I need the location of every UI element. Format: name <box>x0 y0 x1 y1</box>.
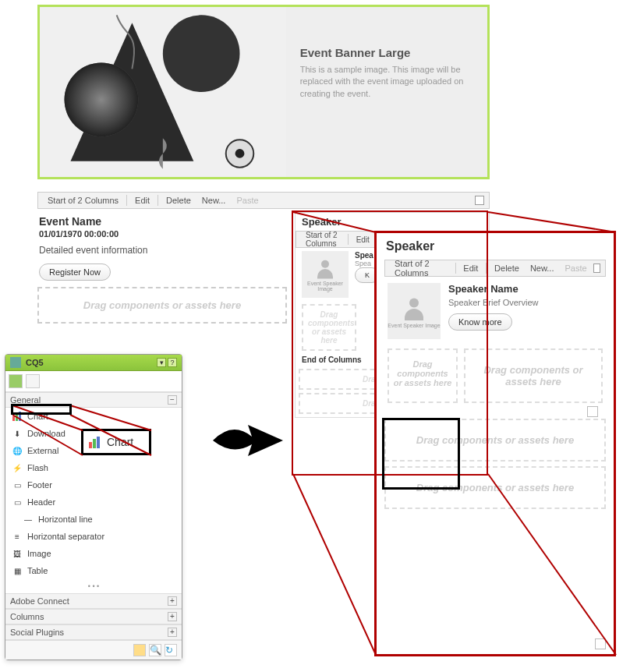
component-table[interactable]: ▦ Table <box>5 562 182 579</box>
svg-point-5 <box>235 149 245 158</box>
zoom-toolbar-checkbox[interactable] <box>593 263 600 273</box>
zoom-toolbar-paste: Paste <box>560 263 591 273</box>
cq-cube-icon <box>10 357 21 368</box>
zoom-mid-checkbox[interactable] <box>587 406 598 417</box>
svg-line-15 <box>488 212 616 232</box>
speaker-image-placeholder-bg: Event Speaker Image <box>302 251 349 298</box>
toolbar-checkbox[interactable] <box>475 196 484 205</box>
zoom-speaker-heading: Speaker <box>377 233 614 260</box>
expand-icon[interactable]: + <box>168 596 177 606</box>
zoom-speaker-brief: Speaker Brief Overview <box>448 298 603 307</box>
zoom-toolbar-start: Start of 2 Columns <box>390 259 452 278</box>
component-footer[interactable]: ▭ Footer <box>5 476 182 493</box>
table-icon: ▦ <box>12 565 23 576</box>
header-icon: ▭ <box>12 497 23 508</box>
chart-icon <box>88 435 102 449</box>
palette-collapse-icon[interactable]: ▾ <box>157 358 166 367</box>
svg-rect-7 <box>12 416 15 421</box>
drag-arrow-icon <box>209 413 287 470</box>
component-horizontal-separator[interactable]: ≡ Horizontal separator <box>5 528 182 545</box>
speaker-heading-bg: Speaker <box>296 213 489 231</box>
group-adobe-connect[interactable]: Adobe Connect + <box>5 593 182 609</box>
component-horizontal-line[interactable]: — Horizontal line <box>5 511 182 528</box>
image-icon: 🖼 <box>12 548 23 559</box>
register-button[interactable]: Register Now <box>39 263 111 281</box>
expand-icon[interactable]: + <box>168 612 177 621</box>
palette-close-icon[interactable]: ? <box>168 358 177 367</box>
hsep-icon: ≡ <box>12 531 23 542</box>
zoom-speaker-image-placeholder: Event Speaker Image <box>388 283 441 339</box>
zoom-dropzone-wide-1[interactable]: Drag components or assets here <box>384 419 606 462</box>
zoom-toolbar: Start of 2 Columns Edit Delete New... Pa… <box>384 260 606 277</box>
svg-rect-9 <box>19 412 21 421</box>
palette-title: CQ5 <box>26 358 155 367</box>
svg-point-3 <box>65 63 139 137</box>
zoom-bottom-checkbox[interactable] <box>595 638 606 649</box>
svg-rect-11 <box>93 439 96 448</box>
component-image[interactable]: 🖼 Image <box>5 545 182 562</box>
svg-rect-12 <box>97 437 100 448</box>
svg-rect-8 <box>16 414 18 421</box>
palette-tab-page[interactable] <box>26 374 40 388</box>
flash-icon: ⚡ <box>12 462 23 473</box>
event-banner: Event Banner Large This is a sample imag… <box>37 5 490 179</box>
download-icon: ⬇ <box>12 428 23 439</box>
palette-tabs <box>5 371 182 392</box>
chart-icon <box>12 411 23 422</box>
chart-drag-label: Chart <box>107 436 133 448</box>
svg-line-16 <box>293 474 376 655</box>
know-more-button[interactable]: Know more <box>448 313 512 331</box>
footer-preview-icon[interactable]: 🔍 <box>149 644 161 656</box>
zoom-dropzone-right[interactable]: Drag components or assets here <box>464 348 603 403</box>
zoom-speaker-name: Speaker Name <box>448 283 603 295</box>
palette-header[interactable]: CQ5 ▾ ? <box>5 355 182 371</box>
banner-title: Event Banner Large <box>300 46 473 59</box>
hline-icon: — <box>23 514 34 525</box>
group-social-plugins[interactable]: Social Plugins + <box>5 624 182 640</box>
sidekick-palette[interactable]: CQ5 ▾ ? General − Chart ⬇ Download 🌐 Ext… <box>5 354 182 660</box>
svg-point-13 <box>409 298 419 307</box>
toolbar-new[interactable]: New... <box>197 196 231 205</box>
svg-rect-10 <box>89 442 92 448</box>
toolbar-edit[interactable]: Edit <box>130 196 154 205</box>
footer-edit-icon[interactable] <box>133 644 146 656</box>
banner-desc: This is a sample image. This image will … <box>300 64 473 100</box>
zoom-dropzone-wide-2[interactable]: Drag components or assets here <box>384 466 606 509</box>
external-icon: 🌐 <box>12 445 23 456</box>
expand-icon[interactable]: + <box>168 628 177 637</box>
group-columns[interactable]: Columns + <box>5 609 182 624</box>
toolbar-start-columns: Start of 2 Columns <box>43 196 123 205</box>
chart-drag-ghost: Chart <box>81 429 151 455</box>
group-general[interactable]: General − <box>5 392 182 408</box>
zoom-dropzone-left[interactable]: Drag components or assets here <box>388 348 458 403</box>
banner-art-placeholder <box>40 7 286 177</box>
page-toolbar: Start of 2 Columns Edit Delete New... Pa… <box>37 192 490 209</box>
footer-refresh-icon[interactable]: ↻ <box>165 644 177 656</box>
toolbar-paste: Paste <box>232 196 263 205</box>
zoom-toolbar-new[interactable]: New... <box>526 263 559 273</box>
component-flash[interactable]: ⚡ Flash <box>5 459 182 476</box>
collapse-icon[interactable]: − <box>168 395 177 405</box>
zoom-toolbar-edit[interactable]: Edit <box>458 263 483 273</box>
toolbar-delete[interactable]: Delete <box>161 196 196 205</box>
zoom-callout: Speaker Start of 2 Columns Edit Delete N… <box>374 231 616 656</box>
component-header[interactable]: ▭ Header <box>5 493 182 511</box>
svg-point-6 <box>321 260 329 268</box>
footer-icon: ▭ <box>12 479 23 490</box>
palette-tab-components[interactable] <box>9 374 23 388</box>
palette-footer: 🔍 ↻ <box>5 640 182 660</box>
zoom-toolbar-delete[interactable]: Delete <box>490 263 524 273</box>
component-chart[interactable]: Chart <box>5 408 182 425</box>
dropzone-main[interactable]: Drag components or assets here <box>37 287 287 324</box>
